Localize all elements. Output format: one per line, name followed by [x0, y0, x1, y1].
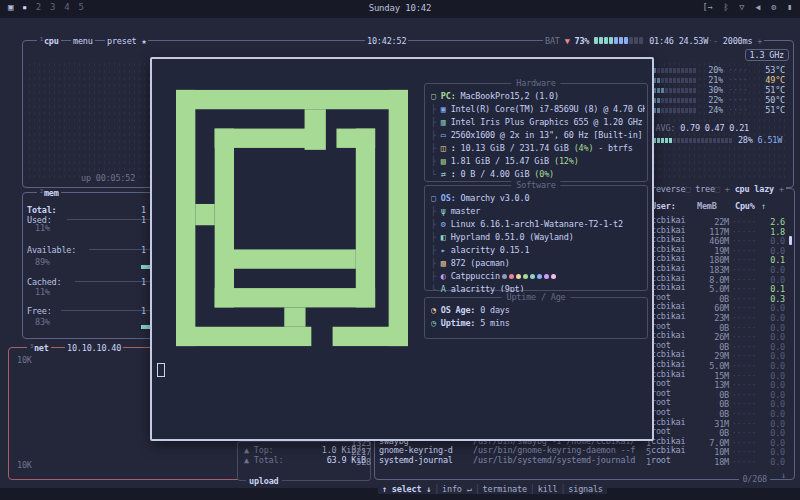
tree-connector: ├: [431, 130, 441, 140]
proc-row[interactable]: root0B·····0.0: [651, 426, 785, 435]
battery-cell: [599, 37, 603, 44]
net-address[interactable]: 10.10.10.40: [65, 343, 123, 353]
meter-cell: [693, 88, 696, 93]
interval-minus-button[interactable]: -: [713, 36, 718, 46]
proc-row[interactable]: root0B·····0.3: [651, 292, 785, 301]
proc-cmd: /usr/lib/systemd/systemd-journald: [473, 455, 641, 465]
proc-user: root: [651, 292, 701, 302]
scroll-down-icon[interactable]: ↓: [781, 470, 786, 480]
proc-row[interactable]: root18M·····0.0: [651, 455, 785, 464]
proc-col-cpu[interactable]: Cpu%: [735, 201, 755, 211]
tree-connector: └: [431, 284, 441, 294]
proc-row[interactable]: ccbikai22M·····2.6: [651, 215, 785, 224]
meter-cell: [661, 78, 664, 83]
proc-row[interactable]: ccbikai5.0M·····0.1: [651, 282, 785, 291]
proc-row[interactable]: root0B·····0.0: [651, 388, 785, 397]
screencast-icon[interactable]: [→: [703, 2, 713, 12]
battery-icon[interactable]: ▮: [787, 2, 792, 12]
proc-row[interactable]: ccbikai183M·····0.0: [651, 263, 785, 272]
proc-col-mem[interactable]: MemB: [697, 201, 717, 211]
proc-key-signals[interactable]: signals: [568, 484, 602, 494]
meter-cell: [665, 68, 668, 73]
proc-user: root: [651, 388, 701, 398]
fastfetch-window[interactable]: Hardware ▢ PC: MacBookPro15,2 (1.0)├ ▣ I…: [150, 57, 654, 441]
clock[interactable]: Sunday 10:42: [0, 3, 800, 13]
fastfetch-row: ├ ψ master: [431, 206, 645, 216]
proc-user: ccbikai: [651, 244, 701, 254]
proc-row-detail[interactable]: 2217gnome-keyring-d/usr/bin/gnome-keyrin…: [253, 445, 653, 454]
sort-prev-button[interactable]: +: [725, 184, 730, 194]
proc-row[interactable]: ccbikai31M·····0.0: [651, 417, 785, 426]
proc-user: ccbikai: [651, 234, 701, 244]
meter-cell: [677, 98, 680, 103]
total-meter-cell: [669, 138, 672, 143]
proc-key-terminate[interactable]: terminate: [483, 484, 527, 494]
proc-key-select[interactable]: ↑ select ↓: [382, 484, 431, 494]
meter-cell: [685, 68, 688, 73]
proc-scrollbar[interactable]: [789, 236, 792, 245]
row-value: 5 mins: [480, 318, 510, 328]
fastfetch-row: ├ ◫ : 10.13 GiB / 231.74 GiB (4%) - btrf…: [431, 143, 645, 153]
proc-name: gnome-keyring-d: [379, 445, 473, 455]
volume-icon[interactable]: ◀: [755, 2, 760, 12]
reverse-toggle[interactable]: reverse: [651, 184, 685, 194]
core-meter: [649, 85, 699, 95]
row-value: Intel Iris Plus Graphics 655 @ 1.20 GHz …: [451, 117, 645, 127]
sort-next-button[interactable]: +: [779, 184, 784, 194]
proc-row[interactable]: ccbikai19M·····0.0: [651, 244, 785, 253]
dot-leader: ·····: [729, 457, 759, 467]
proc-mem: 18M: [701, 457, 729, 467]
proc-selection-count: 0/268: [739, 474, 770, 484]
settings-icon[interactable]: ⚙: [771, 2, 776, 12]
total-meter-cell: [693, 138, 696, 143]
proc-user: ccbikai: [651, 282, 701, 292]
meter-cell: [657, 78, 660, 83]
total-meter-cell: [725, 138, 728, 143]
proc-row[interactable]: ccbikai10M·····0.0: [651, 445, 785, 454]
proc-row[interactable]: ccbikai180M·····0.1: [651, 253, 785, 262]
proc-row[interactable]: ccbikai26M·····0.0: [651, 330, 785, 339]
meter-cell: [661, 98, 664, 103]
tree-toggle[interactable]: tree: [695, 184, 715, 194]
proc-row[interactable]: root0B·····0.0: [651, 340, 785, 349]
net-scale-top: 10K: [17, 355, 32, 365]
hourglass-icon: ◔: [431, 305, 441, 315]
proc-row[interactable]: ccbikai8.0M·····0.0: [651, 273, 785, 282]
proc-row[interactable]: ccbikai7.0M·····0.0: [651, 436, 785, 445]
proc-key-info[interactable]: info ↵: [442, 484, 472, 494]
proc-row[interactable]: ccbikai15M·····0.0: [651, 369, 785, 378]
proc-row[interactable]: root13M·····0.0: [651, 378, 785, 387]
meter-cell: [657, 68, 660, 73]
proc-row[interactable]: ccbikai60M·····0.0: [651, 301, 785, 310]
mem-row-percent: 89%: [35, 257, 50, 267]
proc-row[interactable]: ccbikai23M·····0.0: [651, 311, 785, 320]
proc-row[interactable]: ccbikai5.0M·····0.0: [651, 359, 785, 368]
proc-key-kill[interactable]: kill: [538, 484, 558, 494]
meter-cell: [685, 88, 688, 93]
sort-mode[interactable]: cpu lazy: [735, 184, 774, 194]
disk-icon: ◫: [441, 143, 451, 153]
meter-cell: [681, 68, 684, 73]
proc-col-user[interactable]: User:: [651, 201, 676, 211]
wifi-icon[interactable]: ▽: [739, 2, 744, 12]
bluetooth-icon[interactable]: ᛒ: [723, 2, 728, 12]
proc-row[interactable]: root0B·····0.0: [651, 321, 785, 330]
proc-row-detail[interactable]: 528systemd-journal/usr/lib/systemd/syste…: [253, 455, 653, 464]
proc-row[interactable]: ccbikai29M·····0.0: [651, 349, 785, 358]
battery-watts: 24.53W: [679, 36, 709, 46]
core-temp: 51°C: [753, 105, 785, 115]
interval-plus-button[interactable]: +: [757, 36, 762, 46]
preset-button[interactable]: preset ★: [105, 36, 148, 46]
proc-user: root: [651, 426, 701, 436]
battery-meter: [594, 36, 644, 46]
sort-direction-icon[interactable]: ↑: [761, 201, 766, 211]
proc-row[interactable]: ccbikai460M·····0.0: [651, 234, 785, 243]
proc-row[interactable]: root0B·····0.0: [651, 407, 785, 416]
palette-dot: [509, 274, 514, 279]
memory-icon: ▤: [441, 156, 451, 166]
meter-cell: [685, 108, 688, 113]
kernel-icon: ⚙: [441, 219, 451, 229]
proc-row[interactable]: ccbikai117M·····1.8: [651, 225, 785, 234]
menu-button[interactable]: menu: [71, 36, 95, 46]
proc-row[interactable]: root0B·····0.0: [651, 397, 785, 406]
